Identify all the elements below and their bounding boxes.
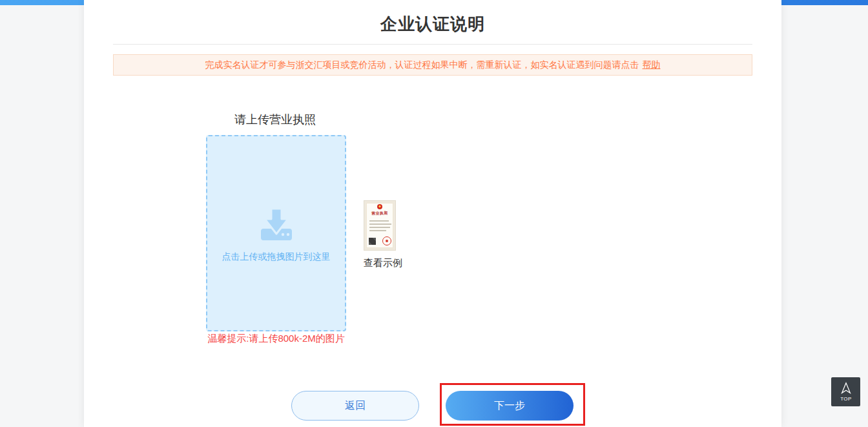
qr-code-icon <box>369 238 376 245</box>
national-emblem-icon <box>377 204 382 209</box>
license-text-line <box>369 227 390 228</box>
license-text-line <box>369 224 391 225</box>
license-text-line <box>369 220 389 222</box>
certification-panel: 企业认证说明 完成实名认证才可参与浙交汇项目或竞价活动，认证过程如果中断，需重新… <box>84 0 781 427</box>
example-column: 营业执照 查看示例 <box>364 200 402 269</box>
notice-bar: 完成实名认证才可参与浙交汇项目或竞价活动，认证过程如果中断，需重新认证，如实名认… <box>113 54 752 76</box>
license-example-thumbnail[interactable]: 营业执照 <box>364 200 396 251</box>
back-button[interactable]: 返回 <box>291 391 419 421</box>
notice-text: 完成实名认证才可参与浙交汇项目或竞价活动，认证过程如果中断，需重新认证，如实名认… <box>205 59 639 71</box>
help-link[interactable]: 帮助 <box>643 59 661 71</box>
license-text-line <box>369 230 386 231</box>
back-to-top-icon <box>839 382 853 397</box>
red-seal-icon <box>382 236 391 245</box>
next-step-button[interactable]: 下一步 <box>446 391 574 421</box>
action-button-row: 返回 下一步 <box>84 391 781 421</box>
title-divider <box>113 44 752 45</box>
upload-size-tip: 温馨提示:请上传800k-2M的图片 <box>206 333 346 345</box>
page-title: 企业认证说明 <box>84 13 781 36</box>
back-to-top-label: TOP <box>840 396 852 402</box>
back-to-top-button[interactable]: TOP <box>831 377 860 406</box>
upload-icon <box>256 207 297 245</box>
license-upload-dropzone[interactable]: 点击上传或拖拽图片到这里 <box>206 135 346 331</box>
view-example-link[interactable]: 查看示例 <box>364 257 402 269</box>
license-title: 营业执照 <box>371 211 389 216</box>
upload-section-label: 请上传营业执照 <box>234 112 316 127</box>
dropzone-hint: 点击上传或拖拽图片到这里 <box>207 251 345 263</box>
